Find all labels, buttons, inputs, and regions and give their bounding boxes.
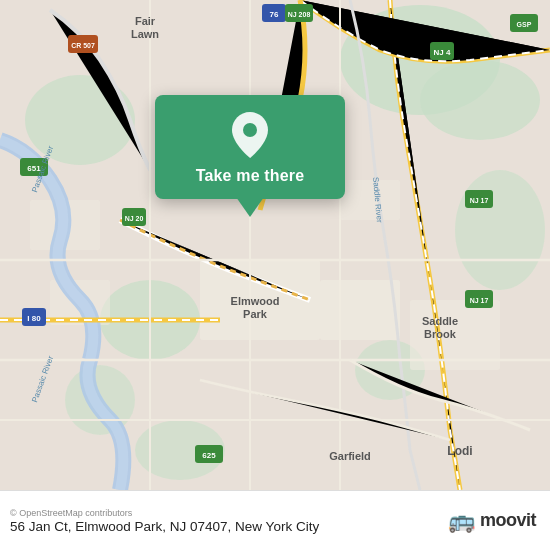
- svg-text:NJ 4: NJ 4: [434, 48, 451, 57]
- svg-text:CR 507: CR 507: [71, 42, 95, 49]
- svg-text:76: 76: [270, 10, 279, 19]
- svg-text:Park: Park: [243, 308, 268, 320]
- map-container: I 80 NJ 20 76 NJ 208 NJ 4 NJ 17 NJ 17 65…: [0, 0, 550, 490]
- svg-rect-10: [320, 280, 400, 340]
- moovit-bus-icon: 🚌: [448, 508, 475, 534]
- svg-text:Elmwood: Elmwood: [231, 295, 280, 307]
- moovit-logo: 🚌 moovit: [448, 508, 536, 534]
- svg-text:GSP: GSP: [517, 21, 532, 28]
- svg-text:NJ 20: NJ 20: [125, 215, 144, 222]
- svg-point-5: [455, 170, 545, 290]
- location-pin-icon: [232, 112, 268, 158]
- svg-point-56: [243, 123, 257, 137]
- svg-text:Brook: Brook: [424, 328, 457, 340]
- svg-text:NJ 17: NJ 17: [470, 197, 489, 204]
- svg-text:Garfield: Garfield: [329, 450, 371, 462]
- address-text: 56 Jan Ct, Elmwood Park, NJ 07407, New Y…: [10, 519, 319, 534]
- svg-text:NJ 208: NJ 208: [288, 11, 311, 18]
- bottom-left: © OpenStreetMap contributors 56 Jan Ct, …: [10, 508, 319, 534]
- svg-text:Saddle: Saddle: [422, 315, 458, 327]
- moovit-brand-text: moovit: [480, 510, 536, 531]
- svg-text:Lawn: Lawn: [131, 28, 159, 40]
- svg-text:Fair: Fair: [135, 15, 156, 27]
- map-svg: I 80 NJ 20 76 NJ 208 NJ 4 NJ 17 NJ 17 65…: [0, 0, 550, 490]
- take-me-there-button[interactable]: Take me there: [196, 167, 305, 185]
- svg-point-2: [420, 60, 540, 140]
- svg-rect-13: [340, 180, 400, 220]
- location-icon-wrap: [228, 113, 272, 157]
- svg-text:I 80: I 80: [27, 314, 41, 323]
- navigation-popup[interactable]: Take me there: [155, 95, 345, 199]
- svg-text:NJ 17: NJ 17: [470, 297, 489, 304]
- bottom-bar: © OpenStreetMap contributors 56 Jan Ct, …: [0, 490, 550, 550]
- map-attribution: © OpenStreetMap contributors: [10, 508, 319, 518]
- svg-text:Lodi: Lodi: [447, 444, 472, 458]
- svg-text:625: 625: [202, 451, 216, 460]
